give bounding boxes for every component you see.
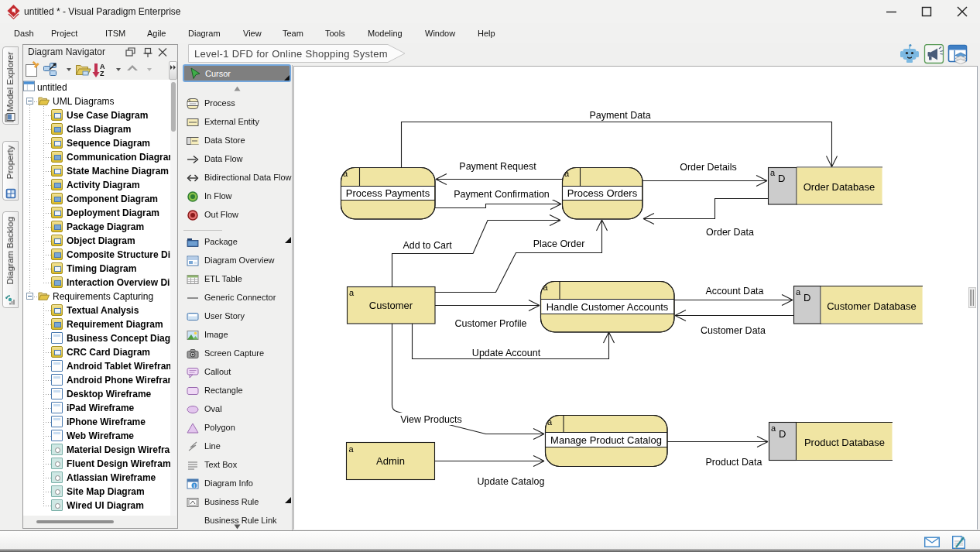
svg-text:a: a bbox=[771, 423, 776, 433]
svg-text:i: i bbox=[194, 483, 195, 489]
svg-text:a: a bbox=[349, 444, 355, 454]
svg-text:Add to Cart: Add to Cart bbox=[403, 240, 452, 251]
svg-text:Order Details: Order Details bbox=[680, 162, 737, 173]
svg-text:a: a bbox=[547, 417, 553, 427]
svg-text:Process Payments: Process Payments bbox=[346, 187, 430, 199]
svg-text:Customer: Customer bbox=[369, 300, 413, 311]
svg-text:a: a bbox=[349, 288, 355, 297]
svg-text:Admin: Admin bbox=[376, 455, 405, 467]
svg-text:Payment Confirmation: Payment Confirmation bbox=[454, 189, 550, 200]
svg-text:D: D bbox=[804, 292, 810, 303]
svg-text:Handle Customer Accounts: Handle Customer Accounts bbox=[547, 301, 669, 313]
svg-text:Product Data: Product Data bbox=[706, 457, 762, 468]
svg-text:a: a bbox=[343, 169, 348, 178]
svg-text:Customer Database: Customer Database bbox=[827, 300, 917, 312]
svg-text:Manage Product Catalog: Manage Product Catalog bbox=[550, 434, 662, 446]
svg-text:Update Catalog: Update Catalog bbox=[478, 476, 545, 487]
svg-text:View Products: View Products bbox=[400, 414, 462, 425]
svg-text:Place Order: Place Order bbox=[533, 238, 585, 249]
svg-text:Process Orders: Process Orders bbox=[567, 187, 638, 199]
svg-text:D: D bbox=[778, 173, 785, 184]
svg-text:a: a bbox=[543, 283, 549, 292]
svg-text:Product Database: Product Database bbox=[804, 437, 885, 448]
svg-text:Order Data: Order Data bbox=[706, 227, 754, 238]
svg-text:a: a bbox=[770, 168, 776, 177]
svg-text:Order Database: Order Database bbox=[804, 181, 875, 193]
svg-text:Update Account: Update Account bbox=[472, 348, 541, 358]
svg-text:a: a bbox=[796, 287, 801, 297]
svg-text:Customer Data: Customer Data bbox=[701, 325, 766, 336]
svg-text:Z: Z bbox=[100, 70, 105, 77]
svg-text:Payment Request: Payment Request bbox=[459, 161, 536, 172]
svg-text:Account Data: Account Data bbox=[705, 286, 763, 297]
svg-text:Payment Data: Payment Data bbox=[589, 110, 650, 121]
svg-text:D: D bbox=[779, 428, 786, 440]
svg-text:a: a bbox=[564, 169, 570, 178]
svg-text:Customer Profile: Customer Profile bbox=[454, 318, 526, 329]
